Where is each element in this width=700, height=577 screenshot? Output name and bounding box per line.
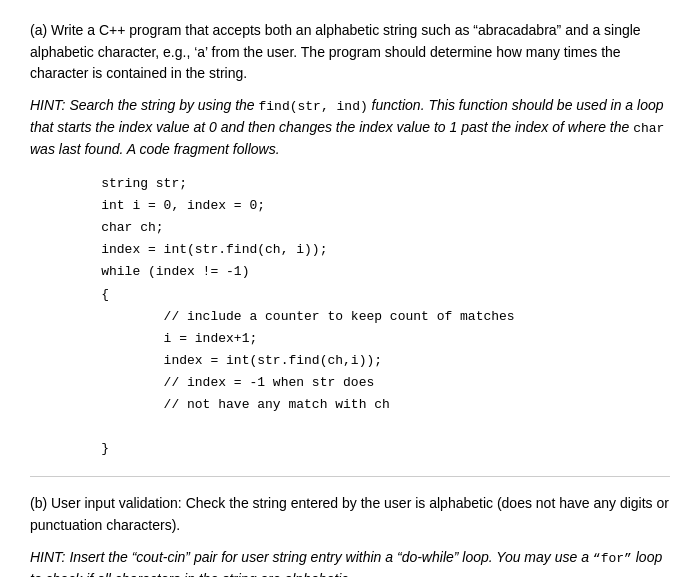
hint-b-text1: HINT: Insert the “cout-cin” pair for use… <box>30 549 593 565</box>
part-a-section: (a) Write a C++ program that accepts bot… <box>30 20 670 460</box>
part-a-hint: HINT: Search the string by using the fin… <box>30 95 670 161</box>
part-b-question: (b) User input validation: Check the str… <box>30 493 670 536</box>
part-b-section: (b) User input validation: Check the str… <box>30 493 670 577</box>
part-a-question: (a) Write a C++ program that accepts bot… <box>30 20 670 85</box>
hint-b-for-code: “for” <box>593 551 632 566</box>
code-fragment: string str; int i = 0, index = 0; char c… <box>70 173 670 460</box>
part-a-hint-text: HINT: Search the string by using the fin… <box>30 95 670 161</box>
hint-function-code: find(str, ind) <box>259 99 368 114</box>
part-b-hint-text: HINT: Insert the “cout-cin” pair for use… <box>30 547 670 577</box>
hint-end: was last found. A code fragment follows. <box>30 141 280 157</box>
hint-char-code: char <box>633 121 664 136</box>
section-divider <box>30 476 670 477</box>
part-b-hint: HINT: Insert the “cout-cin” pair for use… <box>30 547 670 577</box>
hint-intro: HINT: Search the string by using the <box>30 97 259 113</box>
